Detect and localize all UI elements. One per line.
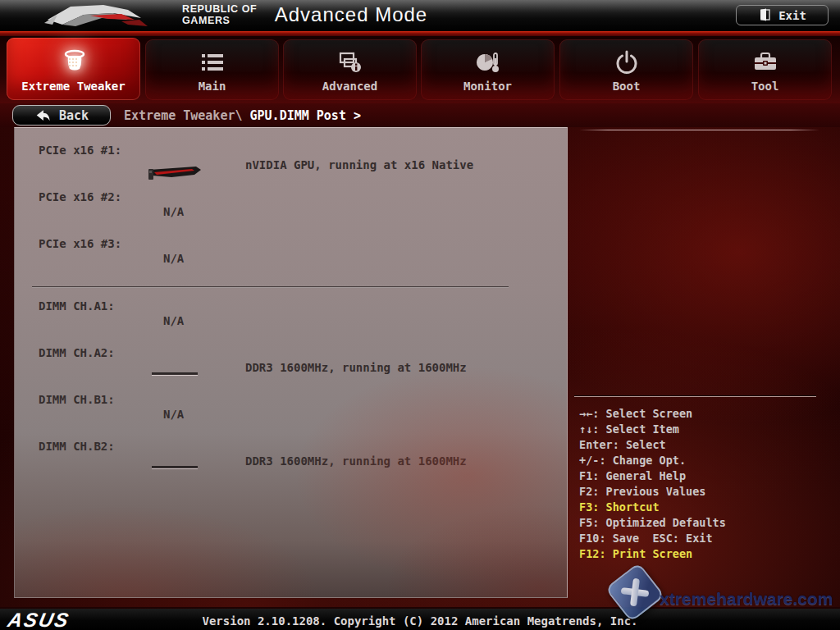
shortcut-previous-values: F2: Previous Values [579, 485, 833, 500]
row-value-pcie3: N/A [163, 252, 184, 265]
shortcut-save-exit: F10: Save ESC: Exit [579, 532, 833, 547]
shortcut-help-list: →←: Select Screen ↑↓: Select Item Enter:… [579, 407, 833, 563]
shortcut-select-screen: →←: Select Screen [579, 407, 833, 422]
tab-label: Advanced [283, 80, 417, 93]
row-desc-dimm-b2: DDR3 1600MHz, running at 1600MHz [245, 454, 467, 468]
row-value-dimm-a1: N/A [163, 314, 184, 327]
row-label-pcie2: PCIe x16 #2: [39, 190, 121, 203]
gpu-card-icon [147, 164, 203, 184]
dimm-module-icon [152, 466, 198, 469]
tab-label: Tool [698, 80, 832, 93]
breadcrumb: Extreme Tweaker\ GPU.DIMM Post > [124, 108, 361, 123]
tweaker-icon [7, 46, 140, 75]
gpu-dimm-post-panel: PCIe x16 #1: nVIDIA GPU, running at x16 … [14, 127, 568, 598]
section-divider [32, 286, 509, 288]
footer-bar: ASUS Version 2.10.1208. Copyright (C) 20… [0, 607, 840, 630]
shortcut-general-help: F1: General Help [579, 469, 833, 485]
list-icon [145, 48, 279, 77]
row-label-pcie3: PCIe x16 #3: [39, 237, 121, 250]
row-label-dimm-b2: DIMM CH.B2: [39, 440, 115, 453]
tab-tool[interactable]: Tool [698, 39, 832, 100]
toolbox-icon [698, 48, 832, 77]
row-label-dimm-b1: DIMM CH.B1: [39, 393, 115, 406]
header-bar: REPUBLIC OF GAMERS Advanced Mode Exit [0, 0, 840, 31]
breadcrumb-path: Extreme Tweaker\ [124, 108, 250, 123]
watermark-text: xtremehardware.com [660, 589, 833, 609]
breadcrumb-current: GPU.DIMM Post > [250, 108, 361, 123]
row-value-dimm-b1: N/A [163, 408, 184, 421]
tab-advanced[interactable]: Advanced [283, 39, 417, 100]
breadcrumb-bar: Back Extreme Tweaker\ GPU.DIMM Post > [0, 103, 840, 127]
back-label: Back [59, 108, 89, 123]
dimm-module-icon [152, 372, 198, 376]
row-label-dimm-a1: DIMM CH.A1: [39, 299, 115, 313]
gauge-thermometer-icon [421, 48, 555, 77]
row-desc-dimm-a2: DDR3 1600MHz, running at 1600MHz [245, 361, 467, 374]
row-value-pcie2: N/A [163, 205, 184, 218]
version-text: Version 2.10.1208. Copyright (C) 2012 Am… [0, 614, 840, 628]
row-label-pcie1: PCIe x16 #1: [39, 144, 121, 157]
shortcut-select-item: ↑↓: Select Item [579, 422, 833, 438]
row-label-dimm-a2: DIMM CH.A2: [39, 346, 115, 359]
tab-boot[interactable]: Boot [559, 39, 693, 100]
page-title: Advanced Mode [179, 3, 523, 26]
windows-info-icon [283, 48, 417, 77]
power-icon [559, 48, 693, 77]
shortcut-enter-select: Enter: Select [579, 438, 833, 454]
back-arrow-icon [34, 108, 51, 123]
sidebar-top-divider [579, 130, 819, 130]
row-desc-pcie1: nVIDIA GPU, running at x16 Native [245, 158, 473, 171]
tab-label: Boot [559, 80, 693, 93]
tab-extreme-tweaker[interactable]: Extreme Tweaker [7, 38, 140, 100]
tab-label: Main [145, 80, 279, 93]
tab-bar: Extreme Tweaker Main [0, 36, 840, 103]
exit-label: Exit [778, 9, 806, 22]
shortcut-change-opt: +/-: Change Opt. [579, 454, 833, 469]
shortcut-f3-shortcut: F3: Shortcut [579, 500, 833, 516]
shortcuts-divider [574, 395, 816, 397]
tab-monitor[interactable]: Monitor [421, 39, 555, 100]
tab-main[interactable]: Main [145, 39, 279, 100]
exit-button[interactable]: Exit [736, 5, 829, 25]
tab-label: Extreme Tweaker [7, 80, 140, 93]
bios-screen: REPUBLIC OF GAMERS Advanced Mode Exit [0, 0, 840, 630]
back-button[interactable]: Back [12, 105, 111, 126]
shortcut-print-screen: F12: Print Screen [579, 547, 833, 563]
exit-door-icon [758, 8, 771, 22]
tab-label: Monitor [421, 80, 555, 93]
shortcut-optimized-defaults: F5: Optimized Defaults [579, 516, 833, 532]
rog-logo-icon [43, 2, 166, 31]
